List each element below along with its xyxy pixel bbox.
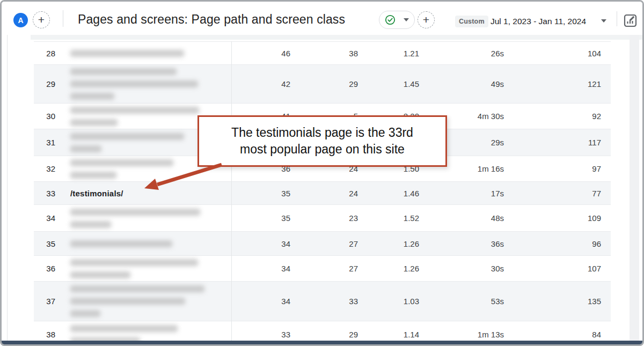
engagement-time-value: 49s	[419, 79, 504, 89]
event-count-value: 84	[504, 330, 601, 339]
plus-icon: +	[38, 13, 45, 26]
table-row: 34 35 23 1.52 48s 109	[34, 205, 611, 232]
event-count-value: 92	[504, 112, 601, 121]
page-path-redacted	[55, 259, 231, 278]
page-path-redacted	[55, 285, 231, 317]
views-value: 35	[231, 214, 290, 223]
views-value: 34	[231, 297, 290, 306]
engagement-time-value: 30s	[419, 264, 504, 273]
row-rank: 37	[34, 297, 55, 306]
users-value: 27	[290, 239, 358, 248]
plus-icon: +	[423, 13, 429, 26]
table-row: 35 34 27 1.26 36s 96	[34, 232, 611, 256]
table-row: 29 42 29 1.45 49s 121	[34, 65, 611, 104]
users-value: 27	[290, 264, 358, 273]
engagement-time-value: 53s	[419, 297, 504, 306]
event-count-value: 135	[504, 297, 601, 306]
table-row: 37 34 33 1.03 53s 135	[34, 282, 611, 321]
event-count-value: 109	[504, 214, 601, 223]
row-rank: 35	[34, 239, 55, 248]
views-value: 34	[231, 239, 290, 248]
customize-report-button[interactable]	[622, 12, 639, 29]
engagement-time-value: 1m 13s	[419, 330, 504, 339]
window-bottom-bar	[2, 341, 642, 344]
row-rank: 32	[34, 164, 55, 173]
check-circle-icon	[385, 14, 396, 25]
event-count-value: 97	[504, 164, 601, 173]
views-per-user-value: 1.03	[358, 297, 419, 306]
views-per-user-value: 1.26	[358, 264, 419, 273]
row-rank: 34	[34, 214, 55, 223]
engagement-time-value: 36s	[419, 239, 504, 248]
views-value: 34	[231, 264, 290, 273]
header-divider	[63, 10, 63, 27]
report-table: 28 46 38 1.21 26s 104 29 42 29 1.45 49s …	[34, 41, 611, 346]
page-path-redacted	[55, 50, 231, 57]
data-quality-dropdown[interactable]	[379, 11, 415, 29]
annotation-arrow	[136, 158, 227, 194]
annotation-callout: The testimonials page is the 33rd most p…	[197, 115, 447, 167]
row-rank: 36	[34, 264, 55, 273]
row-rank: 31	[34, 138, 55, 147]
date-range-selector[interactable]: Jul 1, 2023 - Jan 11, 2024	[491, 17, 586, 26]
table-row: 28 46 38 1.21 26s 104	[34, 42, 611, 65]
engagement-time-value: 17s	[419, 189, 504, 198]
report-header: A + Pages and screens: Page path and scr…	[2, 2, 642, 35]
views-per-user-value: 1.45	[358, 79, 419, 89]
column-separator	[231, 41, 232, 344]
row-rank: 38	[34, 330, 55, 339]
views-per-user-value: 1.21	[358, 49, 419, 58]
engagement-time-value: 26s	[419, 49, 504, 58]
date-range-custom-badge: Custom	[455, 16, 488, 27]
table-row: 36 34 27 1.26 30s 107	[34, 256, 611, 282]
views-per-user-value: 1.52	[358, 214, 419, 223]
chevron-down-icon[interactable]	[601, 19, 606, 23]
views-value: 35	[231, 189, 290, 198]
views-per-user-value: 1.46	[358, 189, 419, 198]
event-count-value: 121	[504, 79, 601, 89]
users-value: 29	[290, 79, 358, 89]
row-rank: 29	[34, 79, 55, 89]
views-per-user-value: 1.26	[358, 239, 419, 248]
event-count-value: 104	[504, 49, 601, 58]
header-divider	[617, 11, 617, 26]
avatar-letter: A	[18, 16, 23, 25]
users-value: 33	[290, 297, 358, 306]
table-row-testimonials: 33 /testimonials/ 35 24 1.46 17s 77	[34, 182, 611, 205]
chevron-down-icon	[404, 18, 409, 21]
views-value: 33	[231, 330, 290, 339]
add-filter-button[interactable]: +	[418, 11, 435, 28]
table-top-band	[31, 35, 642, 40]
event-count-value: 77	[504, 189, 601, 198]
views-per-user-value: 1.14	[358, 330, 419, 339]
account-avatar[interactable]: A	[13, 13, 28, 27]
analytics-report-window: A + Pages and screens: Page path and scr…	[0, 0, 644, 346]
views-value: 42	[231, 79, 290, 89]
users-value: 24	[290, 189, 358, 198]
page-path-redacted	[55, 240, 231, 247]
add-comparison-button[interactable]: +	[33, 11, 50, 28]
page-path-redacted	[55, 209, 231, 228]
row-rank: 30	[34, 112, 55, 121]
left-panel-edge	[7, 35, 8, 341]
row-rank: 28	[34, 49, 55, 58]
page-title: Pages and screens: Page path and screen …	[78, 12, 345, 27]
row-rank: 33	[34, 189, 55, 198]
event-count-value: 117	[504, 138, 601, 147]
users-value: 23	[290, 214, 358, 223]
customize-report-icon	[622, 12, 639, 29]
annotation-text-line1: The testimonials page is the 33rd	[231, 124, 413, 141]
page-path-redacted	[55, 68, 231, 100]
event-count-value: 107	[504, 264, 601, 273]
event-count-value: 96	[504, 239, 601, 248]
vertical-scrollbar[interactable]	[630, 35, 639, 344]
users-value: 29	[290, 330, 358, 339]
annotation-text-line2: most popular page on this site	[240, 141, 405, 158]
users-value: 38	[290, 49, 358, 58]
engagement-time-value: 48s	[419, 214, 504, 223]
views-value: 46	[231, 49, 290, 58]
